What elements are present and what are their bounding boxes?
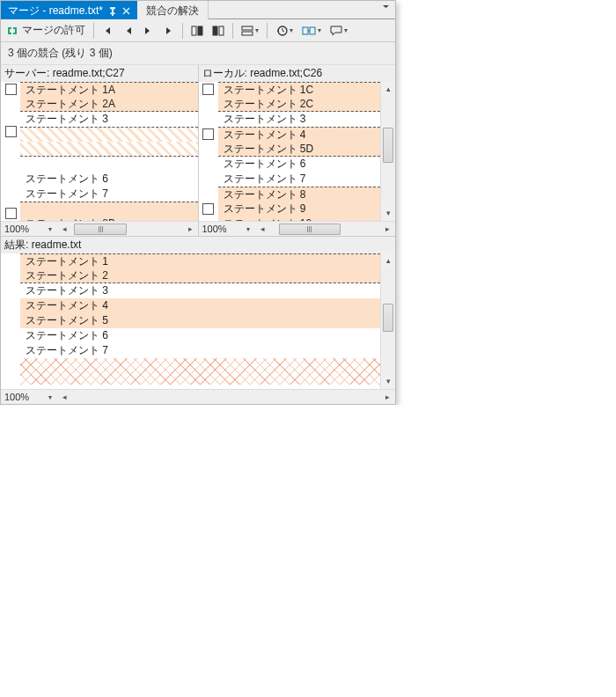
code-line: ステートメント 8B <box>20 216 198 221</box>
svg-rect-8 <box>310 27 315 34</box>
merge-icon <box>6 25 18 37</box>
code-line: ステートメント 1C <box>218 82 381 97</box>
server-lines[interactable]: ステートメント 1A ステートメント 2A ステートメント 3 ステートメント … <box>20 82 198 221</box>
vscroll-track[interactable] <box>381 268 395 374</box>
conflict-checkbox[interactable] <box>202 128 214 140</box>
code-line: ステートメント 9 <box>218 202 381 216</box>
history-button[interactable]: ▾ <box>272 21 297 40</box>
merge-window: マージ - readme.txt* 競合の解決 マージの許可 ▾ <box>0 0 396 405</box>
local-pane: ローカル: readme.txt;C26 ステートメント 1C ステートメント … <box>199 65 396 236</box>
hscroll-right[interactable]: ▸ <box>380 224 395 233</box>
layout-vertical-button[interactable] <box>209 21 228 40</box>
code-line: ステートメント 5 <box>20 313 380 328</box>
tab-conflict-resolve[interactable]: 競合の解決 <box>137 1 209 19</box>
hscroll-thumb[interactable] <box>74 224 127 235</box>
compare-button[interactable]: ▾ <box>298 21 325 40</box>
result-lines[interactable]: ステートメント 1 ステートメント 2 ステートメント 3 ステートメント 4 … <box>20 253 380 389</box>
server-zoom[interactable]: 100% <box>1 224 43 234</box>
deleted-block <box>20 358 380 385</box>
code-line: ステートメント 6 <box>218 157 381 172</box>
code-line: ステートメント 1 <box>20 253 380 268</box>
layout-horizontal-button[interactable] <box>187 21 207 40</box>
conflict-checkbox[interactable] <box>5 84 17 95</box>
allow-merge-button[interactable]: マージの許可 <box>4 21 89 40</box>
hscroll-track[interactable] <box>72 223 183 236</box>
server-pane-title: サーバー: readme.txt;C27 <box>1 65 198 82</box>
view-options-button[interactable]: ▾ <box>238 21 262 40</box>
vscroll-track[interactable] <box>381 97 395 206</box>
tab-conflict-label: 競合の解決 <box>146 4 199 18</box>
nav-next-button[interactable] <box>139 21 158 40</box>
tab-bar: マージ - readme.txt* 競合の解決 <box>1 1 395 19</box>
code-line: ステートメント 7 <box>20 187 198 202</box>
code-line <box>20 127 198 142</box>
code-line: ステートメント 6 <box>20 172 198 187</box>
tab-merge-active[interactable]: マージ - readme.txt* <box>1 1 137 19</box>
zoom-dropdown[interactable]: ▾ <box>241 225 255 233</box>
conflict-checkbox[interactable] <box>5 126 17 137</box>
zoom-dropdown[interactable]: ▾ <box>43 225 57 233</box>
vscroll-down[interactable]: ▾ <box>381 374 395 389</box>
hscroll-thumb[interactable] <box>279 224 341 235</box>
hscroll-left[interactable]: ◂ <box>57 393 72 401</box>
result-zoom[interactable]: 100% <box>1 392 43 402</box>
code-line: ステートメント 5D <box>218 142 381 157</box>
local-gutter <box>199 82 218 221</box>
code-line: ステートメント 4 <box>218 127 381 142</box>
code-line: ステートメント 7 <box>218 172 381 187</box>
hscroll-left[interactable]: ◂ <box>255 224 270 233</box>
nav-prev-button[interactable] <box>118 21 137 40</box>
hscroll-track[interactable] <box>270 223 381 236</box>
code-line <box>20 142 198 157</box>
code-line: ステートメント 4 <box>20 298 380 313</box>
separator <box>182 23 183 39</box>
separator <box>232 23 233 39</box>
result-vscroll[interactable]: ▴ ▾ <box>380 253 395 389</box>
nav-first-button[interactable] <box>99 21 116 40</box>
code-line: ステートメント 1A <box>20 82 198 97</box>
vscroll-thumb[interactable] <box>383 128 393 163</box>
local-vscroll[interactable]: ▴ ▾ <box>380 82 395 221</box>
separator <box>267 23 268 39</box>
allow-merge-label: マージの許可 <box>22 23 85 38</box>
chevron-down-icon: ▾ <box>255 26 259 34</box>
local-zoom[interactable]: 100% <box>199 224 241 234</box>
pin-icon[interactable] <box>108 7 117 16</box>
code-line: ステートメント 3 <box>218 112 381 127</box>
conflict-checkbox[interactable] <box>202 84 214 95</box>
conflict-summary: 3 個の競合 (残り 3 個) <box>1 42 395 65</box>
svg-rect-4 <box>242 26 253 30</box>
vscroll-down[interactable]: ▾ <box>381 206 395 221</box>
conflict-checkbox[interactable] <box>5 208 17 219</box>
hscroll-track[interactable] <box>72 391 380 404</box>
local-pane-title: ローカル: readme.txt;C26 <box>199 65 396 82</box>
chevron-down-icon: ▾ <box>290 26 293 34</box>
code-line: ステートメント 2A <box>20 97 198 112</box>
code-line: ステートメント 3 <box>20 112 198 127</box>
local-lines[interactable]: ステートメント 1C ステートメント 2C ステートメント 3 ステートメント … <box>218 82 381 221</box>
code-line: ステートメント 2 <box>20 268 380 283</box>
vscroll-up[interactable]: ▴ <box>381 253 395 268</box>
code-line: ステートメント 10 <box>218 216 381 221</box>
svg-rect-5 <box>242 32 253 35</box>
hscroll-right[interactable]: ▸ <box>183 224 198 233</box>
vscroll-up[interactable]: ▴ <box>381 82 395 97</box>
comment-button[interactable]: ▾ <box>326 21 351 40</box>
code-line: ステートメント 6 <box>20 328 380 343</box>
server-pane: サーバー: readme.txt;C27 ステートメント 1A ステート <box>1 65 199 236</box>
tab-list-dropdown[interactable] <box>377 1 395 18</box>
hscroll-right[interactable]: ▸ <box>380 393 395 401</box>
code-line: ステートメント 2C <box>218 97 381 112</box>
result-pane: ステートメント 1 ステートメント 2 ステートメント 3 ステートメント 4 … <box>1 253 395 389</box>
hscroll-left[interactable]: ◂ <box>57 224 72 233</box>
close-icon[interactable] <box>122 7 130 15</box>
nav-last-button[interactable] <box>160 21 178 40</box>
zoom-dropdown[interactable]: ▾ <box>43 393 57 401</box>
top-panes: サーバー: readme.txt;C27 ステートメント 1A ステート <box>1 65 395 236</box>
result-pane-title: 結果: readme.txt <box>1 236 395 253</box>
separator <box>93 23 94 39</box>
code-line: ステートメント 7 <box>20 343 380 358</box>
vscroll-thumb[interactable] <box>383 304 393 332</box>
svg-rect-1 <box>198 26 202 35</box>
conflict-checkbox[interactable] <box>202 203 214 215</box>
